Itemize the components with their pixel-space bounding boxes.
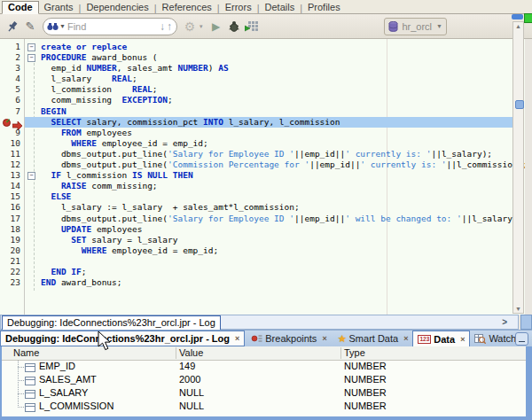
scroll-up-icon[interactable]: ▲ [513, 23, 523, 29]
compile-dropdown-caret-icon[interactable]: ▾ [200, 23, 203, 30]
code-line-4[interactable]: 4 l_salary REAL; [0, 74, 512, 84]
tree-branch-line [18, 380, 24, 381]
variable-icon[interactable] [25, 377, 35, 385]
code-text: emp_id NUMBER, sales_amt NUMBER) AS [41, 63, 229, 74]
breakpoint-icon[interactable] [3, 119, 11, 127]
close-icon[interactable]: × [322, 334, 326, 343]
tab-label: Smart Data [349, 333, 399, 344]
data-table-header[interactable]: Name Value Type [2, 346, 526, 361]
variable-row-l-commission[interactable]: L_COMMISSIONNULLNUMBER [2, 401, 526, 414]
fold-toggle-icon[interactable]: − [27, 172, 35, 180]
variable-row-sales-amt[interactable]: SALES_AMT2000NUMBER [2, 374, 526, 387]
column-header-type[interactable]: Type [344, 347, 365, 358]
code-line-1[interactable]: 1−create or replace [0, 42, 512, 52]
code-line-16[interactable]: 16 l_salary := l_salary + sales_amt*l_co… [0, 202, 512, 213]
tab-references[interactable]: References [157, 2, 217, 13]
variable-icon[interactable] [25, 390, 35, 399]
connection-selector[interactable]: hr_orcl ▼ [384, 18, 447, 35]
code-editor[interactable]: 1−create or replace2−PROCEDURE award_bon… [0, 39, 525, 315]
column-divider[interactable] [176, 347, 176, 359]
code-line-8[interactable]: SELECT salary, commission_pct INTO l_sal… [0, 117, 512, 128]
compile-button[interactable]: ⚙ [182, 19, 198, 35]
line-number: 10 [0, 138, 20, 149]
column-header-value[interactable]: Value [179, 347, 203, 358]
code-line-5[interactable]: 5 l_commission REAL; [0, 84, 512, 95]
code-line-21[interactable]: 21 [0, 256, 512, 267]
code-line-7[interactable]: 7BEGIN [0, 106, 512, 117]
tab-grants[interactable]: Grants [39, 2, 79, 13]
tab-details[interactable]: Details [260, 2, 301, 13]
code-line-13[interactable]: 13− IF l_commission IS NULL THEN [0, 170, 512, 181]
edit-button[interactable]: ✎ [22, 19, 38, 35]
overflow-chevron-icon[interactable]: > [502, 317, 507, 327]
code-line-15[interactable]: 15 ELSE [0, 191, 512, 202]
tree-branch-line [18, 393, 24, 394]
tab-code[interactable]: Code [2, 1, 39, 14]
editor-vertical-scrollbar[interactable]: ▲ ▼ [512, 21, 524, 314]
tab-errors[interactable]: Errors [220, 2, 257, 13]
code-text: create or replace [41, 42, 127, 52]
close-icon[interactable]: × [460, 335, 465, 344]
code-text: l_salary := l_salary + sales_amt*l_commi… [41, 202, 300, 213]
code-text: dbms_output.put_line('Salary for Employe… [41, 214, 522, 224]
variable-row-emp-id[interactable]: EMP_ID149NUMBER [2, 361, 526, 374]
find-input[interactable] [66, 20, 159, 33]
line-number: 9 [0, 128, 20, 138]
bottom-tab-cl-jpr-log[interactable]: Debugging: IdeConnections%23hr_orcl.jpr … [0, 331, 245, 346]
code-text: WHERE employee_id = emp_id; [41, 245, 218, 256]
code-line-18[interactable]: 18 UPDATE employees [0, 224, 512, 235]
run-button[interactable]: ▶ [208, 19, 224, 35]
code-line-3[interactable]: 3 emp_id NUMBER, sales_amt NUMBER) AS [0, 63, 512, 74]
pin-icon [6, 20, 19, 33]
code-line-22[interactable]: 22 END IF; [0, 267, 512, 277]
line-number: 18 [0, 224, 20, 235]
variable-icon[interactable] [25, 403, 35, 412]
line-number: 19 [0, 235, 20, 245]
fold-toggle-icon[interactable]: − [27, 54, 35, 62]
code-line-12[interactable]: 12 dbms_output.put_line('Commission Perc… [0, 159, 512, 170]
bottom-tab-data[interactable]: 123Data× [412, 331, 470, 346]
variable-icon[interactable] [25, 363, 35, 372]
column-header-name[interactable]: Name [13, 347, 39, 358]
minimize-button[interactable] [515, 332, 528, 346]
column-divider[interactable] [340, 347, 341, 359]
code-line-2[interactable]: 2−PROCEDURE award_bonus ( [0, 52, 512, 63]
bug-icon [228, 20, 240, 32]
code-line-9[interactable]: 9 FROM employees [0, 128, 512, 138]
close-icon[interactable]: × [235, 334, 239, 343]
variable-value: 149 [179, 361, 195, 371]
find-next-icon[interactable]: ↓ [159, 21, 166, 32]
run-icon: ▶ [212, 20, 220, 33]
line-number: 22 [0, 267, 20, 277]
gear-icon: ⚙ [184, 19, 196, 34]
tab-label: Breakpoints [265, 333, 317, 344]
bottom-tab-breakpoints[interactable]: Breakpoints× [246, 331, 331, 346]
smart-data-icon: ★ [338, 333, 347, 345]
code-text: IF l_commission IS NULL THEN [41, 170, 193, 181]
find-box[interactable]: ▼ ↓ ↑ [43, 18, 177, 35]
code-line-11[interactable]: 11 dbms_output.put_line('Salary for Empl… [0, 149, 512, 159]
variable-row-l-salary[interactable]: L_SALARYNULLNUMBER [2, 387, 526, 401]
bottom-tab-smart-data[interactable]: ★Smart Data× [333, 331, 413, 346]
scrollbar-thumb[interactable] [515, 100, 524, 109]
code-line-6[interactable]: 6 comm_missing EXCEPTION; [0, 95, 512, 105]
compile-for-debug-button[interactable] [244, 19, 260, 35]
tab-profiles[interactable]: Profiles [302, 2, 346, 13]
close-icon[interactable]: × [403, 334, 408, 343]
code-line-19[interactable]: 19 SET salary = l_salary [0, 235, 512, 245]
tab-dependencies[interactable]: Dependencies [81, 2, 153, 13]
find-previous-icon[interactable]: ↑ [166, 21, 173, 32]
find-options-caret-icon[interactable]: ▼ [59, 23, 66, 29]
code-line-14[interactable]: 14 RAISE comm_missing; [0, 181, 512, 191]
scroll-down-icon[interactable]: ▼ [513, 306, 523, 312]
code-line-10[interactable]: 10 WHERE employee_id = emp_id; [0, 138, 512, 149]
code-line-20[interactable]: 20 WHERE employee_id = emp_id; [0, 245, 512, 256]
fold-toggle-icon[interactable]: − [27, 43, 35, 51]
code-text: FROM employees [41, 128, 132, 138]
debug-button[interactable] [226, 19, 242, 35]
code-line-17[interactable]: 17 dbms_output.put_line('Salary for Empl… [0, 214, 512, 224]
data-panel: Name Value Type EMP_ID149NUMBERSALES_AMT… [2, 346, 526, 416]
pin-button[interactable] [4, 19, 20, 35]
variable-value: 2000 [179, 374, 200, 385]
code-line-23[interactable]: 23END award_bonus; [0, 277, 512, 288]
